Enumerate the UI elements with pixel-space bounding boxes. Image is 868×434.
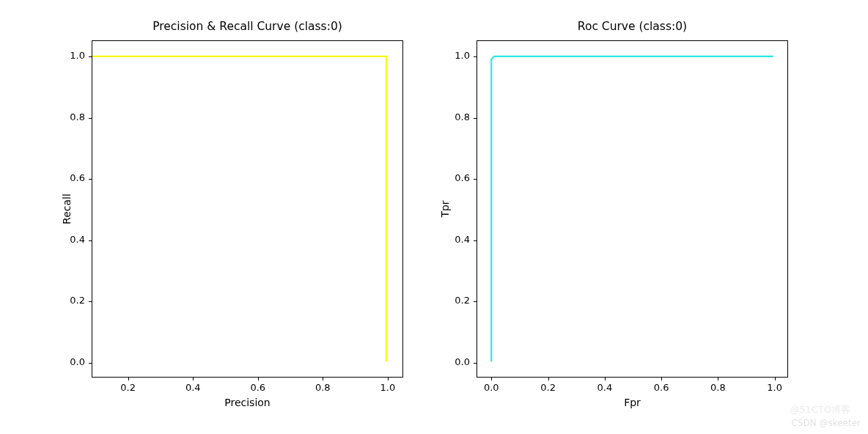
ytick-mark <box>474 301 477 302</box>
ytick-mark <box>89 179 92 180</box>
figure: 0.20.40.60.81.0 0.00.20.40.60.81.0 Preci… <box>0 0 868 434</box>
xtick-mark <box>258 377 259 380</box>
ytick-mark <box>474 240 477 241</box>
ytick-label: 0.6 <box>455 172 470 183</box>
watermark-51cto: @51CTO博客 <box>790 403 850 416</box>
subplot-roc-curve: 0.00.20.40.60.81.0 0.00.20.40.60.81.0 Ro… <box>477 40 788 378</box>
xtick-mark <box>605 377 606 380</box>
xtick-mark <box>491 377 492 380</box>
ytick-mark <box>89 301 92 302</box>
ytick-label: 0.8 <box>455 111 470 122</box>
xtick-label: 1.0 <box>380 382 396 393</box>
pr-curve-line <box>92 41 402 377</box>
xtick-mark <box>661 377 662 380</box>
ylabel-left: Recall <box>61 194 73 224</box>
xtick-mark <box>775 377 776 380</box>
xtick-label: 0.8 <box>315 382 331 393</box>
ytick-mark <box>89 56 92 57</box>
ytick-mark <box>89 240 92 241</box>
ytick-label: 0.8 <box>70 111 85 122</box>
ylabel-right: Tpr <box>439 200 451 217</box>
ytick-label: 0.4 <box>455 233 470 244</box>
ytick-label: 0.4 <box>70 233 85 244</box>
chart-title-right: Roc Curve (class:0) <box>477 20 788 33</box>
ytick-mark <box>474 118 477 119</box>
xtick-mark <box>193 377 194 380</box>
plot-area-right: 0.00.20.40.60.81.0 0.00.20.40.60.81.0 <box>477 40 788 378</box>
ytick-label: 0.6 <box>70 172 85 183</box>
chart-title-left: Precision & Recall Curve (class:0) <box>92 20 403 33</box>
ytick-label: 0.0 <box>70 356 85 367</box>
xtick-label: 0.8 <box>710 382 726 393</box>
xtick-label: 0.2 <box>540 382 556 393</box>
xtick-label: 0.6 <box>250 382 265 393</box>
roc-curve-line <box>477 41 787 377</box>
ytick-label: 1.0 <box>455 49 470 60</box>
ytick-mark <box>474 56 477 57</box>
xtick-mark <box>388 377 389 380</box>
ytick-mark <box>474 179 477 180</box>
xtick-label: 0.6 <box>654 382 669 393</box>
watermark-csdn: CSDN @skeeter <box>791 418 861 428</box>
xtick-mark <box>128 377 129 380</box>
subplot-pr-curve: 0.20.40.60.81.0 0.00.20.40.60.81.0 Preci… <box>92 40 403 378</box>
ytick-label: 0.0 <box>455 356 470 367</box>
xtick-label: 0.2 <box>120 382 136 393</box>
ytick-label: 1.0 <box>70 49 85 60</box>
ytick-mark <box>89 118 92 119</box>
xlabel-left: Precision <box>92 397 403 408</box>
plot-area-left: 0.20.40.60.81.0 0.00.20.40.60.81.0 <box>92 40 403 378</box>
ytick-mark <box>89 363 92 364</box>
xtick-mark <box>548 377 549 380</box>
xtick-mark <box>718 377 718 380</box>
xtick-label: 1.0 <box>767 382 782 393</box>
xtick-label: 0.4 <box>597 382 613 393</box>
xtick-mark <box>323 377 323 380</box>
ytick-label: 0.2 <box>70 295 85 306</box>
xtick-label: 0.0 <box>484 382 499 393</box>
ytick-label: 0.2 <box>455 295 470 306</box>
xtick-label: 0.4 <box>185 382 201 393</box>
xlabel-right: Fpr <box>477 397 788 408</box>
ytick-mark <box>474 363 477 364</box>
